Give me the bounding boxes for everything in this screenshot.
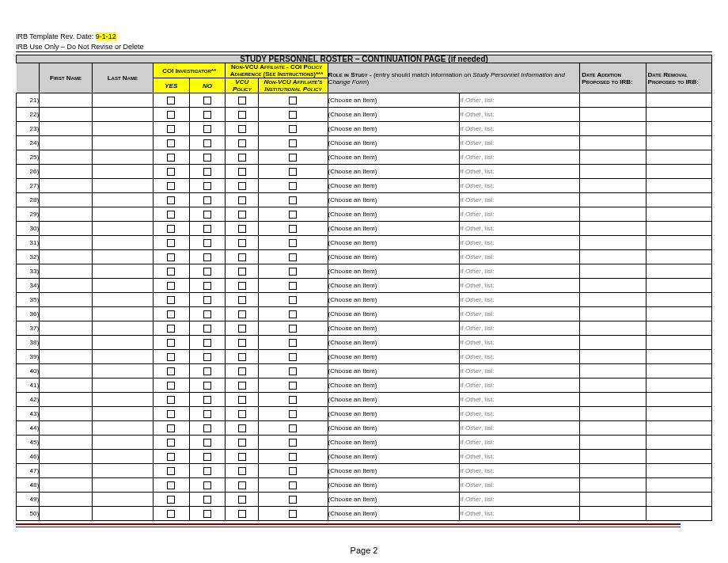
date-removal-cell[interactable] — [646, 293, 711, 307]
date-removal-cell[interactable] — [646, 122, 711, 136]
nonvcu-policy-checkbox[interactable] — [289, 396, 297, 404]
first-name-cell[interactable] — [40, 379, 93, 393]
vcu-policy-checkbox[interactable] — [238, 310, 246, 318]
vcu-policy-checkbox[interactable] — [238, 97, 246, 105]
nonvcu-policy-checkbox[interactable] — [289, 182, 297, 190]
date-addition-cell[interactable] — [580, 364, 646, 379]
coi-no-checkbox[interactable] — [203, 97, 211, 105]
date-addition-cell[interactable] — [580, 350, 646, 364]
date-addition-cell[interactable] — [580, 122, 646, 136]
if-other-cell[interactable]: If Other, list: — [460, 236, 580, 250]
date-addition-cell[interactable] — [580, 279, 646, 293]
date-removal-cell[interactable] — [646, 407, 711, 421]
coi-no-checkbox[interactable] — [203, 467, 211, 475]
if-other-cell[interactable]: If Other, list: — [460, 122, 580, 136]
coi-yes-checkbox[interactable] — [167, 353, 175, 361]
vcu-policy-checkbox[interactable] — [238, 125, 246, 133]
if-other-cell[interactable]: If Other, list: — [460, 193, 580, 207]
last-name-cell[interactable] — [92, 407, 153, 421]
first-name-cell[interactable] — [40, 350, 93, 364]
last-name-cell[interactable] — [92, 179, 153, 193]
nonvcu-policy-checkbox[interactable] — [289, 424, 297, 432]
coi-no-checkbox[interactable] — [203, 111, 211, 119]
role-choose-cell[interactable]: (Choose an Item) — [328, 364, 460, 379]
nonvcu-policy-checkbox[interactable] — [289, 339, 297, 347]
vcu-policy-checkbox[interactable] — [238, 367, 246, 375]
first-name-cell[interactable] — [40, 165, 93, 179]
last-name-cell[interactable] — [92, 307, 153, 321]
if-other-cell[interactable]: If Other, list: — [460, 293, 580, 307]
nonvcu-policy-checkbox[interactable] — [289, 310, 297, 318]
if-other-cell[interactable]: If Other, list: — [460, 478, 580, 493]
first-name-cell[interactable] — [40, 307, 93, 321]
vcu-policy-checkbox[interactable] — [238, 410, 246, 418]
last-name-cell[interactable] — [92, 279, 153, 293]
first-name-cell[interactable] — [40, 222, 93, 236]
role-choose-cell[interactable]: (Choose an Item) — [328, 222, 460, 236]
coi-yes-checkbox[interactable] — [167, 253, 175, 261]
date-addition-cell[interactable] — [580, 450, 646, 464]
nonvcu-policy-checkbox[interactable] — [289, 139, 297, 147]
role-choose-cell[interactable]: (Choose an Item) — [328, 108, 460, 122]
last-name-cell[interactable] — [92, 450, 153, 464]
if-other-cell[interactable]: If Other, list: — [460, 464, 580, 478]
coi-yes-checkbox[interactable] — [167, 481, 175, 489]
if-other-cell[interactable]: If Other, list: — [460, 222, 580, 236]
role-choose-cell[interactable]: (Choose an Item) — [328, 336, 460, 350]
nonvcu-policy-checkbox[interactable] — [289, 211, 297, 219]
nonvcu-policy-checkbox[interactable] — [289, 439, 297, 447]
date-removal-cell[interactable] — [646, 450, 711, 464]
coi-yes-checkbox[interactable] — [167, 310, 175, 318]
vcu-policy-checkbox[interactable] — [238, 296, 246, 304]
date-addition-cell[interactable] — [580, 293, 646, 307]
last-name-cell[interactable] — [92, 122, 153, 136]
if-other-cell[interactable]: If Other, list: — [460, 179, 580, 193]
if-other-cell[interactable]: If Other, list: — [460, 207, 580, 222]
nonvcu-policy-checkbox[interactable] — [289, 168, 297, 176]
role-choose-cell[interactable]: (Choose an Item) — [328, 150, 460, 165]
coi-no-checkbox[interactable] — [203, 310, 211, 318]
first-name-cell[interactable] — [40, 150, 93, 165]
first-name-cell[interactable] — [40, 264, 93, 279]
coi-yes-checkbox[interactable] — [167, 239, 175, 247]
last-name-cell[interactable] — [92, 464, 153, 478]
date-addition-cell[interactable] — [580, 165, 646, 179]
nonvcu-policy-checkbox[interactable] — [289, 97, 297, 105]
vcu-policy-checkbox[interactable] — [238, 439, 246, 447]
if-other-cell[interactable]: If Other, list: — [460, 136, 580, 150]
last-name-cell[interactable] — [92, 436, 153, 450]
last-name-cell[interactable] — [92, 350, 153, 364]
if-other-cell[interactable]: If Other, list: — [460, 250, 580, 264]
coi-yes-checkbox[interactable] — [167, 467, 175, 475]
if-other-cell[interactable]: If Other, list: — [460, 264, 580, 279]
nonvcu-policy-checkbox[interactable] — [289, 353, 297, 361]
date-removal-cell[interactable] — [646, 179, 711, 193]
coi-yes-checkbox[interactable] — [167, 382, 175, 390]
date-removal-cell[interactable] — [646, 478, 711, 493]
vcu-policy-checkbox[interactable] — [238, 211, 246, 219]
role-choose-cell[interactable]: (Choose an Item) — [328, 478, 460, 493]
date-removal-cell[interactable] — [646, 93, 711, 108]
date-addition-cell[interactable] — [580, 250, 646, 264]
if-other-cell[interactable]: If Other, list: — [460, 507, 580, 521]
date-addition-cell[interactable] — [580, 379, 646, 393]
role-choose-cell[interactable]: (Choose an Item) — [328, 307, 460, 321]
coi-yes-checkbox[interactable] — [167, 125, 175, 133]
if-other-cell[interactable]: If Other, list: — [460, 493, 580, 507]
vcu-policy-checkbox[interactable] — [238, 239, 246, 247]
if-other-cell[interactable]: If Other, list: — [460, 108, 580, 122]
coi-yes-checkbox[interactable] — [167, 211, 175, 219]
nonvcu-policy-checkbox[interactable] — [289, 296, 297, 304]
date-addition-cell[interactable] — [580, 207, 646, 222]
date-removal-cell[interactable] — [646, 364, 711, 379]
role-choose-cell[interactable]: (Choose an Item) — [328, 507, 460, 521]
coi-yes-checkbox[interactable] — [167, 396, 175, 404]
date-removal-cell[interactable] — [646, 393, 711, 407]
first-name-cell[interactable] — [40, 336, 93, 350]
coi-no-checkbox[interactable] — [203, 353, 211, 361]
coi-no-checkbox[interactable] — [203, 510, 211, 518]
vcu-policy-checkbox[interactable] — [238, 196, 246, 204]
if-other-cell[interactable]: If Other, list: — [460, 307, 580, 321]
role-choose-cell[interactable]: (Choose an Item) — [328, 493, 460, 507]
if-other-cell[interactable]: If Other, list: — [460, 421, 580, 436]
